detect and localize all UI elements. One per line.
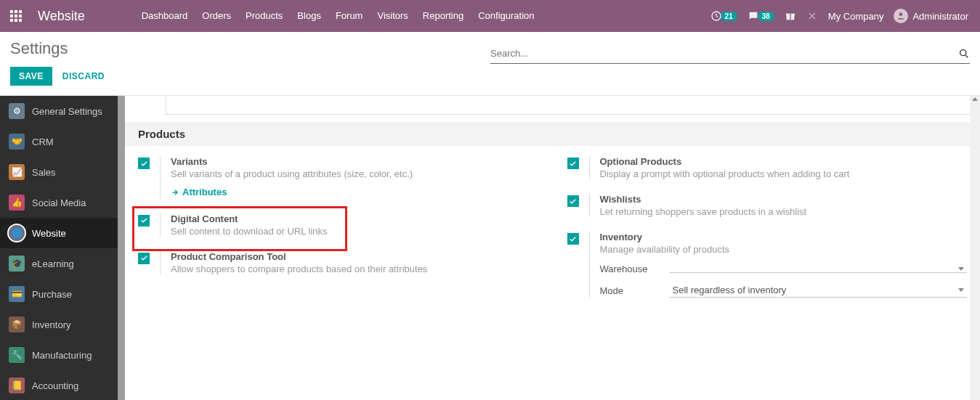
chat-icon	[748, 10, 759, 22]
search-icon[interactable]	[958, 48, 970, 60]
topbar: Website Dashboard Orders Products Blogs …	[0, 0, 980, 32]
menu-orders[interactable]: Orders	[195, 0, 238, 32]
checkbox-inventory[interactable]	[567, 233, 579, 245]
tools-icon[interactable]	[806, 10, 818, 22]
wrench-icon: 🔧	[9, 347, 25, 363]
arrow-right-icon	[171, 188, 179, 197]
sidebar-item-label: Accounting	[32, 380, 78, 391]
settings-grid: Variants Sell variants of a product usin…	[125, 150, 980, 303]
sidebar-item-label: Sales	[32, 167, 56, 178]
setting-digital-content: Digital Content Sell content to download…	[138, 213, 538, 237]
inventory-mode-row: Mode Sell regardless of inventory	[600, 283, 968, 298]
clock-indicator[interactable]: 21	[710, 10, 737, 22]
content: Products Variants Sell variants of a pro…	[125, 96, 980, 400]
setting-desc: Sell content to download or URL links	[171, 226, 538, 237]
warehouse-select[interactable]	[670, 266, 968, 273]
ledger-icon: 📒	[9, 377, 25, 393]
setting-wishlists: Wishlists Let returning shoppers save pr…	[567, 194, 968, 217]
svg-point-5	[960, 49, 966, 55]
main-menu: Dashboard Orders Products Blogs Forum Vi…	[134, 0, 542, 32]
setting-title: Digital Content	[171, 213, 538, 224]
link-attributes[interactable]: Attributes	[171, 187, 227, 197]
sidebar-item-label: CRM	[32, 136, 54, 147]
checkbox-variants[interactable]	[138, 158, 150, 169]
setting-title: Wishlists	[600, 194, 968, 205]
chevron-down-icon	[958, 288, 964, 292]
cp-left: Settings SAVE DISCARD	[10, 39, 108, 86]
sidebar-item-website[interactable]: 🌐Website	[0, 218, 125, 248]
sidebar-item-label: Manufacturing	[32, 350, 92, 361]
search-input[interactable]	[490, 48, 958, 59]
checkbox-wishlists[interactable]	[567, 195, 579, 207]
setting-title: Variants	[171, 156, 538, 167]
user-name: Administrator	[912, 11, 968, 22]
mode-select[interactable]: Sell regardless of inventory	[670, 283, 968, 298]
setting-comparison: Product Comparison Tool Allow shoppers t…	[138, 251, 538, 274]
box-icon: 📦	[9, 317, 25, 332]
save-button[interactable]: SAVE	[10, 67, 52, 86]
sidebar-item-purchase[interactable]: 💳Purchase	[0, 279, 125, 309]
tabstrip	[166, 96, 980, 115]
apps-icon	[10, 10, 22, 22]
setting-desc: Sell variants of a product using attribu…	[171, 168, 538, 179]
clock-badge: 21	[721, 12, 737, 21]
sidebar-item-sales[interactable]: 📈Sales	[0, 157, 125, 187]
sidebar-item-crm[interactable]: 🤝CRM	[0, 126, 125, 157]
topbar-right: 21 38 My Company Administrator	[710, 9, 974, 23]
thumb-icon: 👍	[9, 195, 25, 211]
settings-sidebar: ⚙General Settings 🤝CRM 📈Sales 👍Social Me…	[0, 96, 125, 400]
checkbox-comparison[interactable]	[138, 253, 150, 264]
sidebar-item-label: General Settings	[32, 106, 102, 117]
sidebar-item-label: Purchase	[32, 289, 72, 300]
setting-optional-products: Optional Products Display a prompt with …	[567, 156, 968, 179]
sidebar-item-inventory[interactable]: 📦Inventory	[0, 309, 125, 340]
menu-reporting[interactable]: Reporting	[416, 0, 471, 32]
setting-desc: Display a prompt with optional products …	[600, 168, 968, 179]
action-buttons: SAVE DISCARD	[10, 67, 108, 86]
menu-dashboard[interactable]: Dashboard	[134, 0, 195, 32]
body: ⚙General Settings 🤝CRM 📈Sales 👍Social Me…	[0, 96, 980, 400]
sidebar-scrollbar[interactable]	[118, 96, 125, 400]
settings-col-right: Optional Products Display a prompt with …	[567, 156, 968, 298]
avatar-icon	[894, 9, 908, 23]
card-icon: 💳	[9, 286, 25, 302]
search-box[interactable]	[490, 44, 970, 64]
apps-launcher[interactable]	[0, 0, 32, 32]
discard-button[interactable]: DISCARD	[60, 67, 108, 86]
topbar-left: Website Dashboard Orders Products Blogs …	[0, 0, 542, 32]
setting-inventory: Inventory Manage availability of product…	[567, 232, 968, 298]
gear-icon: ⚙	[9, 103, 25, 119]
setting-variants: Variants Sell variants of a product usin…	[138, 156, 538, 199]
sidebar-item-accounting[interactable]: 📒Accounting	[0, 370, 125, 400]
setting-title: Optional Products	[600, 156, 968, 167]
menu-forum[interactable]: Forum	[328, 0, 370, 32]
sidebar-item-elearning[interactable]: 🎓eLearning	[0, 248, 125, 279]
control-panel: Settings SAVE DISCARD	[0, 32, 980, 96]
clock-icon	[710, 10, 722, 22]
sidebar-item-manufacturing[interactable]: 🔧Manufacturing	[0, 340, 125, 370]
sidebar-item-label: Inventory	[32, 319, 70, 330]
user-menu[interactable]: Administrator	[894, 9, 968, 23]
menu-visitors[interactable]: Visitors	[370, 0, 415, 32]
sidebar-item-label: eLearning	[32, 258, 74, 269]
gift-icon[interactable]	[785, 10, 796, 22]
company-name[interactable]: My Company	[828, 11, 884, 22]
setting-title: Product Comparison Tool	[171, 251, 538, 262]
warehouse-label: Warehouse	[600, 264, 670, 274]
settings-col-left: Variants Sell variants of a product usin…	[138, 156, 538, 298]
menu-blogs[interactable]: Blogs	[290, 0, 328, 32]
menu-products[interactable]: Products	[238, 0, 290, 32]
content-scrollbar[interactable]	[970, 96, 980, 400]
menu-configuration[interactable]: Configuration	[471, 0, 541, 32]
scroll-up-icon	[972, 97, 978, 101]
checkbox-digital-content[interactable]	[138, 215, 150, 226]
sidebar-item-label: Website	[32, 228, 66, 239]
checkbox-optional-products[interactable]	[567, 158, 579, 169]
chart-icon: 📈	[9, 164, 25, 180]
sidebar-item-social[interactable]: 👍Social Media	[0, 187, 125, 218]
chat-indicator[interactable]: 38	[748, 10, 774, 22]
setting-desc: Manage availability of products	[600, 244, 968, 255]
sidebar-item-label: Social Media	[32, 197, 86, 208]
sidebar-item-general[interactable]: ⚙General Settings	[0, 96, 125, 126]
svg-point-4	[899, 12, 903, 16]
